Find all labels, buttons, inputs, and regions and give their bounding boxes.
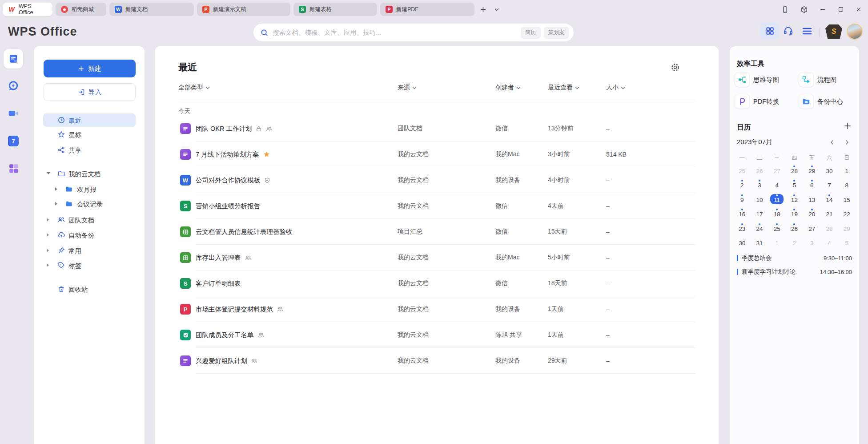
calendar-day[interactable]: 4 xyxy=(820,235,838,250)
user-avatar[interactable] xyxy=(847,24,863,40)
calendar-day[interactable]: 13 xyxy=(803,192,820,206)
mobile-link-icon[interactable] xyxy=(781,6,789,13)
file-row[interactable]: S 营销小组业绩分析报告 我的云文档 微信 4天前 – xyxy=(155,193,719,219)
file-row[interactable]: 云文档管人员信息统计表理器验收 项目汇总 微信 15天前 – xyxy=(155,219,719,245)
rail-item-meeting[interactable] xyxy=(8,107,19,119)
search-tag-resume[interactable]: 简历 xyxy=(521,27,541,39)
add-event-button[interactable] xyxy=(844,122,852,130)
calendar-day[interactable]: 28 xyxy=(786,163,803,178)
chevron-collapsed-icon[interactable] xyxy=(55,202,57,206)
member-badge[interactable]: S xyxy=(825,24,842,39)
tab-new-presentation[interactable]: P 新建演示文稿 xyxy=(197,3,290,16)
close-button[interactable] xyxy=(856,6,862,12)
calendar-day[interactable]: 27 xyxy=(768,163,786,178)
tool-backup-center[interactable]: 备份中心 xyxy=(799,94,843,109)
file-row[interactable]: 7 月线下活动策划方案 我的云文档 我的Mac 3小时前 514 KB xyxy=(155,141,719,167)
new-tab-button[interactable] xyxy=(478,4,488,15)
rail-item-calendar[interactable]: 7 xyxy=(8,135,19,147)
filter-source[interactable]: 来源 xyxy=(398,84,417,92)
tool-mindmap[interactable]: 思维导图 xyxy=(735,72,779,87)
tab-wps-home[interactable]: W WPS Office xyxy=(3,3,52,16)
list-settings-button[interactable] xyxy=(671,63,680,72)
calendar-day[interactable]: 27 xyxy=(803,221,820,235)
calendar-day[interactable]: 29 xyxy=(838,221,856,235)
calendar-event[interactable]: 新季度学习计划讨论 14:30–16:00 xyxy=(737,266,852,278)
file-row[interactable]: W 公司对外合作协议模板 我的云文档 我的设备 4小时前 – xyxy=(155,167,719,193)
new-document-button[interactable]: 新建 xyxy=(44,60,136,77)
calendar-day[interactable]: 1 xyxy=(838,163,856,178)
calendar-day[interactable]: 8 xyxy=(838,178,856,192)
app-box-icon[interactable] xyxy=(800,6,808,13)
tab-new-document[interactable]: W 新建文档 xyxy=(109,3,194,16)
rail-item-chat[interactable] xyxy=(8,80,19,92)
calendar-day[interactable]: 1 xyxy=(768,235,786,250)
calendar-day[interactable]: 23 xyxy=(733,221,751,235)
calendar-day-selected[interactable]: 11 xyxy=(768,192,786,206)
support-button[interactable] xyxy=(783,25,794,36)
import-button[interactable]: 导入 xyxy=(44,83,136,101)
calendar-day[interactable]: 30 xyxy=(733,235,751,250)
tab-list-chevron[interactable] xyxy=(491,4,502,15)
calendar-day[interactable]: 16 xyxy=(733,206,751,221)
file-row[interactable]: 团队 OKR 工作计划 团队文档 微信 13分钟前 – xyxy=(155,116,719,141)
sidebar-item-recycle-bin[interactable]: 回收站 xyxy=(43,283,136,296)
calendar-day[interactable]: 19 xyxy=(786,206,803,221)
calendar-prev-button[interactable] xyxy=(829,139,836,145)
file-row[interactable]: 库存出入管理表 我的云文档 我的Mac 5小时前 – xyxy=(155,245,719,270)
rail-item-documents[interactable] xyxy=(4,49,23,69)
sidebar-item-team-docs[interactable]: 团队文档 xyxy=(43,213,136,226)
sidebar-item-meeting-notes[interactable]: 会议记录 xyxy=(43,197,136,210)
tool-flowchart[interactable]: 流程图 xyxy=(799,72,837,87)
calendar-day[interactable]: 15 xyxy=(838,192,856,206)
filter-size[interactable]: 大小 xyxy=(606,84,625,92)
global-search-bar[interactable]: 搜索文档、模板、文库、应用、技巧... 简历 策划案 xyxy=(253,24,574,41)
sidebar-item-recent[interactable]: 最近 xyxy=(43,113,136,127)
file-row[interactable]: P 市场主体登记提交材料规范 我的云文档 我的设备 1天前 – xyxy=(155,296,719,322)
tab-docer-store[interactable]: 稻壳商城 xyxy=(56,3,106,16)
chevron-collapsed-icon[interactable] xyxy=(47,233,49,237)
calendar-day[interactable]: 7 xyxy=(820,178,838,192)
sidebar-item-shared[interactable]: 共享 xyxy=(43,143,136,157)
calendar-day[interactable]: 20 xyxy=(803,206,820,221)
sidebar-item-starred[interactable]: 星标 xyxy=(43,128,136,141)
calendar-day[interactable]: 3 xyxy=(803,235,820,250)
calendar-day[interactable]: 5 xyxy=(838,235,856,250)
file-row[interactable]: S 客户订单明细表 我的云文档 微信 18天前 – xyxy=(155,270,719,296)
calendar-day[interactable]: 30 xyxy=(820,163,838,178)
calendar-day[interactable]: 4 xyxy=(768,178,786,192)
sidebar-item-my-cloud-docs[interactable]: 我的云文档 xyxy=(43,167,136,180)
calendar-day[interactable]: 22 xyxy=(838,206,856,221)
calendar-day[interactable]: 26 xyxy=(751,163,768,178)
sidebar-item-frequent[interactable]: 常用 xyxy=(43,244,136,257)
rail-item-apps[interactable] xyxy=(8,162,19,174)
calendar-day[interactable]: 18 xyxy=(768,206,786,221)
tab-new-spreadsheet[interactable]: S 新建表格 xyxy=(293,3,377,16)
calendar-day[interactable]: 26 xyxy=(786,221,803,235)
main-menu-button[interactable] xyxy=(802,26,812,36)
calendar-day[interactable]: 17 xyxy=(751,206,768,221)
filter-last-viewed[interactable]: 最近查看 xyxy=(548,84,579,92)
chevron-collapsed-icon[interactable] xyxy=(47,263,49,267)
maximize-button[interactable] xyxy=(838,6,844,12)
calendar-day[interactable]: 3 xyxy=(751,178,768,192)
sidebar-item-bimonthly-report[interactable]: 双月报 xyxy=(43,182,136,196)
calendar-day[interactable]: 31 xyxy=(751,235,768,250)
tab-new-pdf[interactable]: P 新建PDF xyxy=(380,3,474,16)
sidebar-item-tags[interactable]: 标签 xyxy=(43,258,136,272)
chevron-collapsed-icon[interactable] xyxy=(47,218,49,222)
calendar-event[interactable]: 季度总结会 9:30–11:00 xyxy=(737,252,852,264)
calendar-day[interactable]: 5 xyxy=(786,178,803,192)
calendar-day[interactable]: 29 xyxy=(803,163,820,178)
calendar-day[interactable]: 28 xyxy=(820,221,838,235)
calendar-day[interactable]: 14 xyxy=(820,192,838,206)
calendar-day[interactable]: 12 xyxy=(786,192,803,206)
sidebar-item-auto-backup[interactable]: 自动备份 xyxy=(43,228,136,242)
calendar-day[interactable]: 10 xyxy=(751,192,768,206)
chevron-collapsed-icon[interactable] xyxy=(55,187,57,191)
calendar-day[interactable]: 24 xyxy=(751,221,768,235)
chevron-expanded-icon[interactable] xyxy=(47,172,50,174)
calendar-day[interactable]: 21 xyxy=(820,206,838,221)
filter-all-types[interactable]: 全部类型 xyxy=(178,84,210,92)
calendar-day[interactable]: 2 xyxy=(786,235,803,250)
file-row[interactable]: 兴趣爱好组队计划 我的云文档 我的设备 29天前 – xyxy=(155,348,719,374)
